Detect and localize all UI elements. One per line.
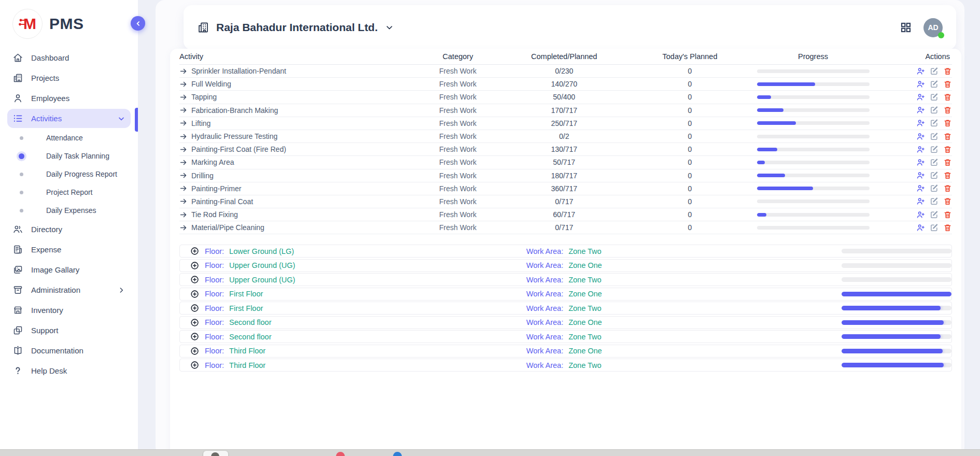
- activity-rows: Sprinkler Installation-Pendant Fresh Wor…: [179, 65, 952, 234]
- person-icon: [12, 93, 23, 104]
- assign-user-icon[interactable]: [916, 223, 925, 232]
- plus-circle-icon[interactable]: [190, 361, 199, 369]
- sidebar-item-administration[interactable]: Administration: [7, 280, 131, 300]
- activity-category: Fresh Work: [414, 132, 502, 140]
- sidebar-item-support[interactable]: Support: [7, 321, 131, 340]
- delete-icon[interactable]: [943, 145, 952, 154]
- delete-icon[interactable]: [943, 119, 952, 127]
- completed-planned-value: 50/400: [502, 93, 626, 101]
- sidebar-item-directory[interactable]: Directory: [7, 220, 131, 239]
- assign-user-icon[interactable]: [916, 184, 925, 193]
- edit-icon[interactable]: [930, 106, 939, 115]
- edit-icon[interactable]: [930, 197, 939, 206]
- assign-user-icon[interactable]: [916, 171, 925, 180]
- sidebar-collapse-button[interactable]: [131, 16, 145, 31]
- book-icon: [12, 345, 23, 356]
- assign-user-icon[interactable]: [916, 145, 925, 154]
- progress-bar: [757, 187, 870, 190]
- edit-icon[interactable]: [930, 210, 939, 219]
- assign-user-icon[interactable]: [916, 158, 925, 167]
- bullet-dot-icon: [20, 136, 23, 140]
- edit-icon[interactable]: [930, 145, 939, 154]
- plus-circle-icon[interactable]: [190, 275, 199, 284]
- edit-icon[interactable]: [930, 158, 939, 167]
- edit-icon[interactable]: [930, 223, 939, 232]
- sidebar-item-projects[interactable]: Projects: [7, 68, 131, 88]
- floor-progress-bar: [842, 349, 951, 353]
- edit-icon[interactable]: [930, 184, 939, 193]
- plus-circle-icon[interactable]: [190, 332, 199, 341]
- delete-icon[interactable]: [943, 80, 952, 89]
- activity-category: Fresh Work: [414, 210, 502, 219]
- assign-user-icon[interactable]: [916, 106, 925, 115]
- assign-user-icon[interactable]: [916, 132, 925, 141]
- plus-circle-icon[interactable]: [190, 347, 199, 355]
- store-icon: [12, 305, 23, 316]
- active-item-rail: [135, 108, 138, 132]
- assign-user-icon[interactable]: [916, 93, 925, 102]
- assign-user-icon[interactable]: [916, 80, 925, 89]
- delete-icon[interactable]: [943, 210, 952, 219]
- sidebar-subitem-daily-task-planning[interactable]: Daily Task Planning: [7, 147, 131, 165]
- edit-icon[interactable]: [930, 132, 939, 141]
- arrow-right-icon: [179, 67, 187, 75]
- edit-icon[interactable]: [930, 171, 939, 180]
- edit-icon[interactable]: [930, 80, 939, 89]
- plus-circle-icon[interactable]: [190, 318, 199, 327]
- todays-planned-value: 0: [626, 93, 753, 101]
- delete-icon[interactable]: [943, 184, 952, 193]
- activity-category: Fresh Work: [414, 119, 502, 127]
- sidebar-item-documentation[interactable]: Documentation: [7, 341, 131, 360]
- delete-icon[interactable]: [943, 171, 952, 180]
- floor-progress-bar: [842, 363, 951, 367]
- delete-icon[interactable]: [943, 158, 952, 167]
- sidebar-subitem-project-report[interactable]: Project Report: [7, 183, 131, 201]
- edit-icon[interactable]: [930, 93, 939, 102]
- plus-circle-icon[interactable]: [190, 304, 199, 312]
- table-row: Fabrication-Branch Making Fresh Work 170…: [179, 104, 952, 117]
- delete-icon[interactable]: [943, 223, 952, 232]
- taskbar-red-icon[interactable]: [336, 452, 345, 456]
- sidebar-item-activities[interactable]: Activities: [7, 109, 131, 128]
- plus-circle-icon[interactable]: [190, 261, 199, 270]
- assign-user-icon[interactable]: [916, 67, 925, 76]
- assign-user-icon[interactable]: [916, 210, 925, 219]
- sidebar-item-inventory[interactable]: Inventory: [7, 301, 131, 320]
- table-row: Material/Pipe Cleaning Fresh Work 0/717 …: [179, 221, 952, 234]
- apps-grid-icon[interactable]: [900, 21, 912, 34]
- arrow-right-icon: [179, 106, 187, 114]
- plus-circle-icon[interactable]: [190, 247, 199, 255]
- edit-icon[interactable]: [930, 119, 939, 127]
- sidebar-item-help-desk[interactable]: Help Desk: [7, 361, 131, 380]
- activity-category: Fresh Work: [414, 80, 502, 88]
- activity-name: Painting-Primer: [191, 184, 241, 193]
- taskbar-app-icon[interactable]: [203, 451, 228, 456]
- work-area-label: Work Area:: [526, 304, 563, 312]
- sidebar-subitem-daily-expenses[interactable]: Daily Expenses: [7, 202, 131, 219]
- activity-name: Hydraulic Pressure Testing: [191, 132, 277, 140]
- sidebar-item-expense[interactable]: Expense: [7, 240, 131, 259]
- sidebar-item-dashboard[interactable]: Dashboard: [7, 48, 131, 67]
- work-area-label: Work Area:: [526, 261, 563, 269]
- plus-circle-icon[interactable]: [190, 290, 199, 298]
- assign-user-icon[interactable]: [916, 197, 925, 206]
- sidebar-subitem-daily-progress-report[interactable]: Daily Progress Report: [7, 165, 131, 183]
- delete-icon[interactable]: [943, 67, 952, 76]
- activity-name: Tapping: [191, 93, 217, 101]
- delete-icon[interactable]: [943, 106, 952, 115]
- company-selector[interactable]: Raja Bahadur International Ltd.: [197, 21, 394, 34]
- sidebar-item-image-gallary[interactable]: Image Gallary: [7, 260, 131, 279]
- floor-label: Floor:: [205, 347, 224, 355]
- delete-icon[interactable]: [943, 197, 952, 206]
- sidebar-item-employees[interactable]: Employees: [7, 89, 131, 108]
- delete-icon[interactable]: [943, 132, 952, 141]
- edit-icon[interactable]: [930, 67, 939, 76]
- user-avatar[interactable]: AD: [923, 18, 943, 37]
- sidebar-subitem-attendance[interactable]: Attendance: [7, 129, 131, 147]
- delete-icon[interactable]: [943, 93, 952, 102]
- assign-user-icon[interactable]: [916, 119, 925, 127]
- taskbar-blue-icon[interactable]: [393, 452, 402, 456]
- table-row: Hydraulic Pressure Testing Fresh Work 0/…: [179, 130, 952, 143]
- content-card: Activity Category Completed/Planned Toda…: [170, 49, 961, 456]
- sidebar-item-label: Dashboard: [31, 53, 69, 62]
